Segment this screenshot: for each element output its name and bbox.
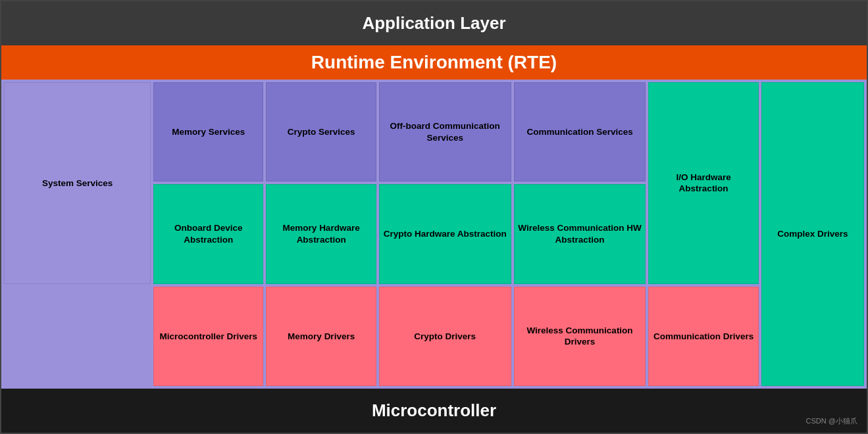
io-hal-cell: I/O Hardware Abstraction — [648, 82, 758, 284]
watermark-text: CSDN @小猫爪 — [806, 417, 857, 425]
comm-drivers-cell: Communication Drivers — [648, 287, 758, 386]
system-services-label: System Services — [42, 178, 113, 189]
wireless-comm-hw-label: Wireless Communication HW Abstraction — [517, 222, 643, 245]
microcontroller-layer: Microcontroller — [1, 389, 867, 433]
rte-layer-label: Runtime Environment (RTE) — [311, 52, 557, 72]
complex-drivers-label: Complex Drivers — [777, 228, 848, 240]
microcontroller-layer-label: Microcontroller — [372, 400, 496, 420]
diagram-outer: Application Layer Runtime Environment (R… — [0, 0, 868, 434]
watermark: CSDN @小猫爪 — [806, 416, 857, 426]
comm-services-cell: Communication Services — [514, 82, 646, 181]
comm-services-label: Communication Services — [526, 126, 632, 138]
system-services-cell: System Services — [4, 82, 151, 284]
crypto-hal-label: Crypto Hardware Abstraction — [384, 228, 507, 240]
memory-drivers-label: Memory Drivers — [288, 331, 355, 343]
comm-drivers-label: Communication Drivers — [653, 331, 753, 343]
io-hal-label: I/O Hardware Abstraction — [651, 172, 755, 195]
memory-hal-cell: Memory Hardware Abstraction — [266, 184, 376, 283]
crypto-services-cell: Crypto Services — [266, 82, 376, 181]
mcu-drivers-cell: Microcontroller Drivers — [153, 287, 263, 386]
complex-drivers-cell: Complex Drivers — [761, 82, 864, 386]
mcu-drivers-label: Microcontroller Drivers — [160, 331, 258, 343]
main-content-grid: System Services Memory Services Crypto S… — [1, 80, 867, 389]
offboard-comm-label: Off-board Communication Services — [382, 120, 508, 143]
memory-services-cell: Memory Services — [153, 82, 263, 181]
memory-drivers-cell: Memory Drivers — [266, 287, 376, 386]
application-layer: Application Layer — [1, 1, 867, 45]
onboard-device-abs-cell: Onboard Device Abstraction — [153, 184, 263, 283]
memory-services-label: Memory Services — [172, 126, 245, 138]
wireless-comm-drivers-label: Wireless Communication Drivers — [517, 325, 643, 348]
wireless-comm-drivers-cell: Wireless Communication Drivers — [514, 287, 646, 386]
onboard-device-abs-label: Onboard Device Abstraction — [157, 222, 260, 245]
memory-hal-label: Memory Hardware Abstraction — [269, 222, 372, 245]
wireless-comm-hw-cell: Wireless Communication HW Abstraction — [514, 184, 646, 283]
crypto-drivers-label: Crypto Drivers — [414, 331, 476, 343]
offboard-comm-cell: Off-board Communication Services — [379, 82, 511, 181]
crypto-drivers-cell: Crypto Drivers — [379, 287, 511, 386]
crypto-hal-cell: Crypto Hardware Abstraction — [379, 184, 511, 283]
rte-layer: Runtime Environment (RTE) — [1, 45, 867, 80]
crypto-services-label: Crypto Services — [288, 126, 355, 138]
row3-col1-empty — [4, 287, 151, 386]
application-layer-label: Application Layer — [362, 13, 505, 33]
